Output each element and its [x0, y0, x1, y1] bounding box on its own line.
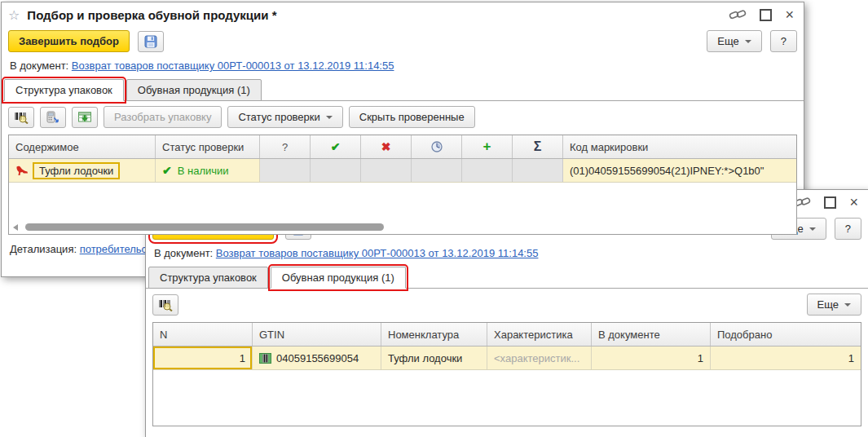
col-question-icon[interactable]: ? — [260, 135, 311, 158]
clock-icon — [430, 140, 443, 153]
unpack-button[interactable]: Разобрать упаковку — [104, 106, 222, 128]
document-link[interactable]: Возврат товаров поставщику 00РТ-000013 о… — [72, 60, 394, 72]
col-gtin[interactable]: GTIN — [253, 323, 381, 346]
table-header-row: N GTIN Номенклатура Характеристика В док… — [153, 323, 861, 347]
col-check-status[interactable]: Статус проверки — [156, 135, 260, 158]
col-clock-icon[interactable] — [412, 135, 462, 158]
finish-selection-button[interactable]: Завершить подбор — [8, 30, 130, 52]
table-row: 1 04059155699054 Туфли лодочки — [153, 347, 861, 370]
count-cell[interactable] — [361, 159, 412, 182]
hide-checked-button[interactable]: Скрыть проверенные — [349, 106, 475, 128]
save-button[interactable] — [138, 31, 164, 52]
count-cell[interactable] — [513, 159, 563, 182]
in-document-cell[interactable]: 1 — [592, 347, 711, 369]
help-button[interactable]: ? — [835, 218, 861, 240]
col-n[interactable]: N — [153, 323, 253, 346]
col-marking-code[interactable]: Код маркировки — [563, 135, 796, 158]
col-cross-icon[interactable]: ✖ — [361, 135, 412, 158]
dropdown-caret-icon — [326, 116, 333, 119]
status-cell[interactable]: ✔ В наличии — [156, 159, 260, 182]
tab-shoe-products[interactable]: Обувная продукция (1) — [126, 79, 262, 101]
document-label: В документ: — [154, 247, 213, 259]
detail-link[interactable]: потребительс — [80, 243, 147, 255]
table-toolbar: Еще — [146, 289, 868, 320]
document-row: В документ: Возврат товаров поставщику 0… — [2, 55, 804, 77]
dropdown-caret-icon — [844, 303, 851, 307]
document-link[interactable]: Возврат товаров поставщику 00РТ-000013 о… — [216, 247, 539, 259]
barcode-scan-icon — [158, 298, 173, 311]
selected-cell-value[interactable]: Туфли лодочки — [33, 162, 120, 179]
count-cell[interactable] — [462, 159, 513, 182]
data-terminal-button[interactable] — [40, 107, 66, 128]
col-nomenclature[interactable]: Номенклатура — [381, 323, 487, 346]
red-shoe-icon — [15, 165, 29, 176]
count-cell[interactable] — [311, 159, 361, 182]
document-row: В документ: Возврат товаров поставщику 0… — [146, 243, 868, 264]
command-bar: Завершить подбор Еще ? — [2, 27, 804, 55]
check-status-button[interactable]: Статус проверки — [227, 106, 342, 128]
col-characteristic[interactable]: Характеристика — [487, 323, 592, 346]
picked-cell[interactable]: 1 — [711, 347, 861, 369]
tab-panel: Разобрать упаковку Статус проверки Скрыт… — [2, 100, 804, 235]
gtin-cell[interactable]: 04059155699054 — [253, 347, 381, 369]
dropdown-caret-icon — [745, 40, 751, 43]
count-cell[interactable] — [260, 159, 311, 182]
tab-packing-structure[interactable]: Структура упаковок — [148, 267, 268, 289]
table-row: Туфли лодочки ✔ В наличии (01)0405915569… — [9, 159, 796, 183]
data-terminal-icon — [46, 111, 60, 124]
help-button[interactable]: ? — [770, 30, 797, 52]
dropdown-caret-icon — [809, 227, 816, 231]
table-empty-area — [9, 183, 796, 220]
table-empty-area — [153, 370, 861, 426]
maximize-icon[interactable] — [824, 196, 836, 209]
favorite-star-icon[interactable]: ☆ — [8, 7, 20, 23]
close-icon[interactable]: × — [849, 195, 858, 210]
tab-panel: Еще N GTIN Номенклатура Характеристика В… — [146, 288, 868, 426]
window-title: Подбор и проверка обувной продукции * — [27, 8, 276, 22]
table-toolbar: Разобрать упаковку Статус проверки Скрыт… — [2, 101, 804, 133]
tab-bar: Структура упаковок Обувная продукция (1) — [2, 79, 804, 101]
horizontal-scrollbar[interactable] — [9, 220, 796, 234]
n-cell-selected[interactable]: 1 — [153, 347, 253, 369]
table-header-row: Содержимое Статус проверки ? ✔ ✖ — [9, 135, 796, 159]
get-link-icon[interactable] — [729, 9, 747, 20]
detail-label: Детализация: — [10, 243, 77, 255]
document-label: В документ: — [10, 60, 68, 72]
barcode-icon — [259, 353, 271, 364]
characteristic-cell[interactable]: <характеристик... — [487, 347, 592, 369]
nomenclature-cell[interactable]: Туфли лодочки — [381, 347, 487, 369]
desktop: ☆ Подбор и проверка обувной продукции * … — [0, 0, 868, 437]
load-table-button[interactable] — [72, 107, 98, 128]
tab-shoe-products[interactable]: Обувная продукция (1) — [271, 267, 406, 289]
col-sigma-icon[interactable]: Σ — [513, 135, 563, 158]
scroll-left-icon[interactable] — [13, 224, 18, 231]
scan-barcode-button[interactable] — [8, 107, 34, 128]
marking-code-cell[interactable]: (01)04059155699054(21)IPNEY:*>Q1b0" — [563, 159, 796, 182]
check-icon: ✔ — [162, 164, 172, 177]
products-table: N GTIN Номенклатура Характеристика В док… — [152, 322, 861, 426]
close-icon[interactable]: × — [785, 7, 794, 22]
scan-barcode-button[interactable] — [152, 294, 178, 316]
packing-table: Содержимое Статус проверки ? ✔ ✖ — [8, 135, 797, 235]
save-icon — [143, 34, 158, 49]
scrollbar-thumb[interactable] — [25, 223, 384, 231]
col-in-document[interactable]: В документе — [592, 323, 711, 346]
col-check-icon[interactable]: ✔ — [311, 135, 361, 158]
more-button[interactable]: Еще — [707, 30, 761, 52]
content-cell[interactable]: Туфли лодочки — [9, 159, 156, 182]
titlebar: ☆ Подбор и проверка обувной продукции * … — [2, 2, 804, 27]
col-picked[interactable]: Подобрано — [711, 323, 861, 346]
maximize-icon[interactable] — [760, 9, 772, 21]
tab-bar: Структура упаковок Обувная продукция (1) — [146, 267, 868, 289]
count-cell[interactable] — [412, 159, 462, 182]
barcode-scan-icon — [14, 111, 29, 124]
col-plus-icon[interactable]: + — [462, 135, 513, 158]
load-table-icon — [77, 111, 92, 124]
col-content[interactable]: Содержимое — [9, 135, 156, 158]
tab-packing-structure[interactable]: Структура упаковок — [4, 79, 124, 101]
more-button-table[interactable]: Еще — [807, 294, 861, 316]
